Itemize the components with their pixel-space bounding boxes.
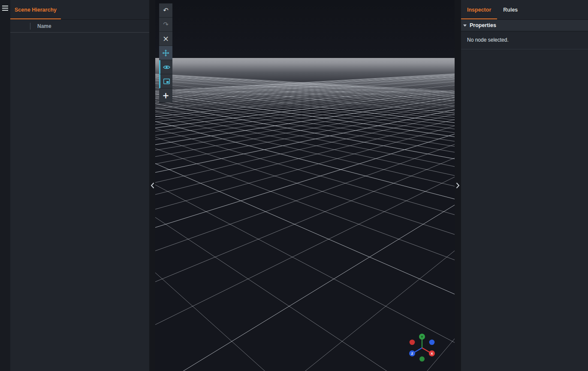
left-panel-resize-strip [149,0,155,371]
scene-hierarchy-panel: Scene Hierarchy Name [10,0,149,371]
tab-scene-hierarchy[interactable]: Scene Hierarchy [10,0,61,19]
chevron-left-icon [151,182,154,189]
move-icon [162,49,169,57]
inspector-tabbar: Inspector Rules [461,0,588,20]
delete-icon: × [163,35,169,43]
neg-z-axis-ball[interactable] [429,340,435,345]
no-selection-message: No node selected. [461,31,588,49]
camera-view-button[interactable] [159,60,172,74]
neg-x-axis-ball[interactable] [410,340,415,345]
column-divider [30,23,30,30]
global-nav-strip [0,0,10,371]
chevron-right-icon [456,182,460,189]
sub-view-button[interactable] [159,74,172,88]
viewport-toolbar: ↶ ↷ × [159,3,172,103]
move-tool-button[interactable] [159,46,172,60]
scene-hierarchy-tabbar: Scene Hierarchy [10,0,149,20]
ground-grid [155,0,455,371]
menu-icon[interactable] [0,4,10,12]
z-axis-label: Z [411,352,413,356]
undo-button[interactable]: ↶ [159,3,172,18]
plus-icon: + [163,91,169,100]
undo-icon: ↶ [163,7,169,14]
tab-rules[interactable]: Rules [497,0,524,19]
x-axis-label: X [431,352,433,356]
hierarchy-table-header: Name [10,20,149,33]
picture-in-picture-icon [163,78,170,85]
redo-icon: ↷ [163,21,169,28]
collapse-right-panel-button[interactable] [455,180,461,191]
inspector-panel: Inspector Rules Properties No node selec… [461,0,588,371]
y-axis-label: Y [421,335,423,339]
right-panel-resize-strip [455,0,461,371]
hierarchy-tree[interactable] [10,33,149,371]
properties-section-title: Properties [470,22,496,28]
properties-section-header[interactable]: Properties [461,20,588,31]
app-root: Scene Hierarchy Name ↶ ↷ × [0,0,588,371]
delete-button[interactable]: × [159,32,172,46]
redo-button[interactable]: ↷ [159,18,172,32]
tab-inspector[interactable]: Inspector [461,0,497,19]
neg-y-axis-ball[interactable] [419,356,425,362]
3d-viewport[interactable]: ↶ ↷ × [155,0,455,371]
eye-icon [163,64,170,71]
inspector-body [461,49,588,371]
collapse-left-panel-button[interactable] [149,180,155,191]
axis-gizmo[interactable]: Y X Z [401,330,444,367]
name-column-header: Name [37,23,51,29]
add-object-button[interactable]: + [159,88,172,103]
collapse-caret-icon [463,24,467,27]
